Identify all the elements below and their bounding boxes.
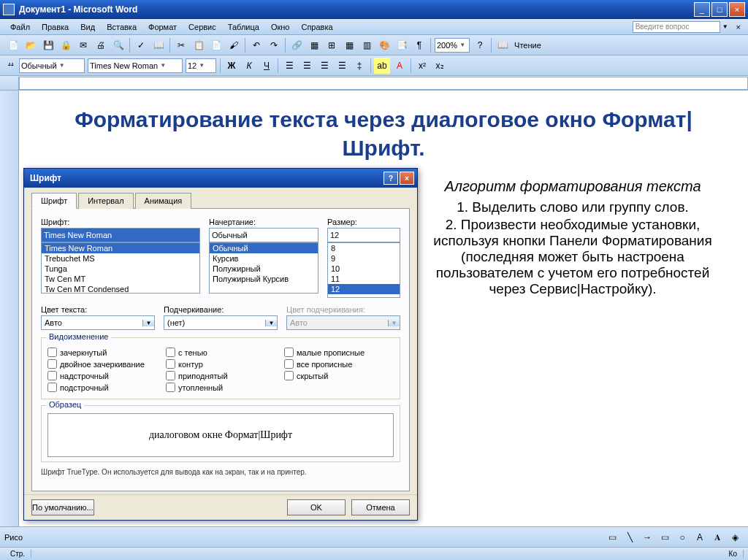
size-option[interactable]: 10 [328,264,400,274]
font-option[interactable]: Times New Roman [42,243,199,253]
align-left-button[interactable]: ☰ [281,58,297,74]
rect-button[interactable]: ▭ [657,529,673,545]
menu-view[interactable]: Вид [75,21,101,33]
diagram-button[interactable]: ◈ [727,529,743,545]
dropdown-icon[interactable]: ▼ [720,23,730,30]
underline-dropdown[interactable]: (нет)▼ [164,315,278,330]
document-close-button[interactable]: × [733,23,744,31]
italic-button[interactable]: К [241,58,257,74]
check-strikethrough[interactable]: зачеркнутый [47,348,157,357]
menu-help[interactable]: Справка [295,21,338,33]
size-option[interactable]: 11 [328,274,400,284]
docmap-button[interactable]: 📑 [394,37,410,53]
underline-button[interactable]: Ч [259,58,275,74]
font-option[interactable]: Tw Cen MT [42,274,199,284]
font-option[interactable]: Tunga [42,264,199,274]
help-search-input[interactable] [633,21,720,33]
menu-tools[interactable]: Сервис [183,21,222,33]
minimize-button[interactable]: _ [694,2,710,17]
check-outline[interactable]: контур [166,359,275,369]
spelling-button[interactable]: ✓ [133,37,149,53]
menu-file[interactable]: Файл [4,21,36,33]
font-combo[interactable]: Times New Roman▼ [88,58,183,73]
bold-button[interactable]: Ж [224,58,240,74]
style-option[interactable]: Курсив [210,253,318,264]
redo-button[interactable]: ↷ [266,37,282,53]
size-listbox[interactable]: 8 9 10 11 12 [327,242,400,298]
horizontal-ruler[interactable] [19,77,748,90]
new-doc-button[interactable]: 📄 [5,37,21,53]
style-option[interactable]: Полужирный [210,264,318,274]
font-color-button[interactable]: A [392,58,408,74]
help-button[interactable]: ? [472,37,488,53]
menu-edit[interactable]: Правка [36,21,75,33]
check-smallcaps[interactable]: малые прописные [284,348,394,357]
tab-animation[interactable]: Анимация [135,193,192,209]
columns-button[interactable]: ▥ [359,37,375,53]
reading-icon[interactable]: 📖 [495,37,511,53]
check-hidden[interactable]: скрытый [284,371,394,380]
size-option[interactable]: 12 [328,284,400,294]
tables-button[interactable]: ▦ [306,37,322,53]
font-option[interactable]: Tw Cen MT Condensed [42,284,199,294]
permission-button[interactable]: 🔒 [58,37,74,53]
draw-label[interactable]: Рисо [4,533,23,542]
dialog-close-button[interactable]: × [400,172,414,185]
check-double-strike[interactable]: двойное зачеркивание [47,359,157,369]
line-button[interactable]: ╲ [622,529,638,545]
check-emboss[interactable]: приподнятый [166,371,275,380]
align-right-button[interactable]: ☰ [316,58,332,74]
cancel-button[interactable]: Отмена [351,499,410,515]
dialog-titlebar[interactable]: Шрифт ? × [24,169,417,188]
zoom-combo[interactable]: 200%▼ [435,38,470,53]
style-input[interactable] [209,228,318,242]
email-button[interactable]: ✉ [75,37,91,53]
size-option[interactable]: 8 [328,243,400,253]
color-dropdown[interactable]: Авто▼ [41,315,155,330]
font-option[interactable]: Trebuchet MS [42,253,199,264]
excel-button[interactable]: ▦ [341,37,357,53]
menu-table[interactable]: Таблица [222,21,265,33]
check-allcaps[interactable]: все прописные [284,359,394,369]
vertical-ruler[interactable] [0,91,19,526]
print-button[interactable]: 🖨 [93,37,109,53]
size-combo[interactable]: 12▼ [186,58,216,73]
default-button[interactable]: По умолчанию... [31,499,94,515]
tab-font[interactable]: Шрифт [31,193,77,209]
style-option[interactable]: Обычный [210,243,318,253]
print-preview-button[interactable]: 🔍 [110,37,126,53]
align-justify-button[interactable]: ☰ [334,58,350,74]
wordart-button[interactable]: 𝐀 [709,529,725,545]
tab-spacing[interactable]: Интервал [78,193,133,209]
highlight-button[interactable]: ab [374,58,390,74]
undo-button[interactable]: ↶ [248,37,264,53]
textbox-button[interactable]: A [692,529,708,545]
style-option[interactable]: Полужирный Курсив [210,274,318,284]
research-button[interactable]: 📖 [150,37,167,53]
hyperlink-button[interactable]: 🔗 [289,37,305,53]
save-button[interactable]: 💾 [40,37,56,53]
reading-button[interactable]: Чтение [511,41,544,50]
subscript-button[interactable]: x₂ [432,58,448,74]
arrow-button[interactable]: → [639,529,655,545]
close-button[interactable]: × [729,2,745,17]
style-combo[interactable]: Обычный▼ [19,58,85,73]
check-superscript[interactable]: надстрочный [47,371,157,380]
insert-table-button[interactable]: ⊞ [324,37,340,53]
check-engrave[interactable]: утопленный [166,383,275,392]
style-listbox[interactable]: Обычный Курсив Полужирный Полужирный Кур… [209,242,318,294]
menu-window[interactable]: Окно [265,21,296,33]
size-input[interactable] [327,228,400,242]
oval-button[interactable]: ○ [674,529,690,545]
paste-button[interactable]: 📄 [208,37,224,53]
show-marks-button[interactable]: ¶ [411,37,427,53]
cut-button[interactable]: ✂ [173,37,189,53]
font-input[interactable] [41,228,200,242]
format-painter-button[interactable]: 🖌 [226,37,242,53]
autoshapes-button[interactable]: ▭ [604,529,620,545]
ok-button[interactable]: OK [287,499,346,515]
size-option[interactable]: 9 [328,253,400,264]
menu-format[interactable]: Формат [142,21,183,33]
check-subscript[interactable]: подстрочный [47,383,157,392]
menu-insert[interactable]: Вставка [101,21,142,33]
